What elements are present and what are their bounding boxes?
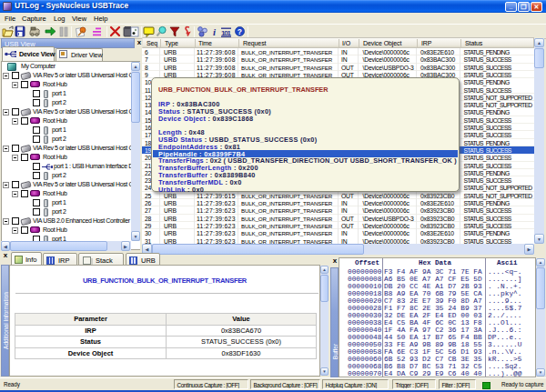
svg-text:?: ? — [238, 27, 242, 36]
svg-text:101: 101 — [221, 29, 232, 37]
svg-text:i: i — [213, 26, 217, 37]
